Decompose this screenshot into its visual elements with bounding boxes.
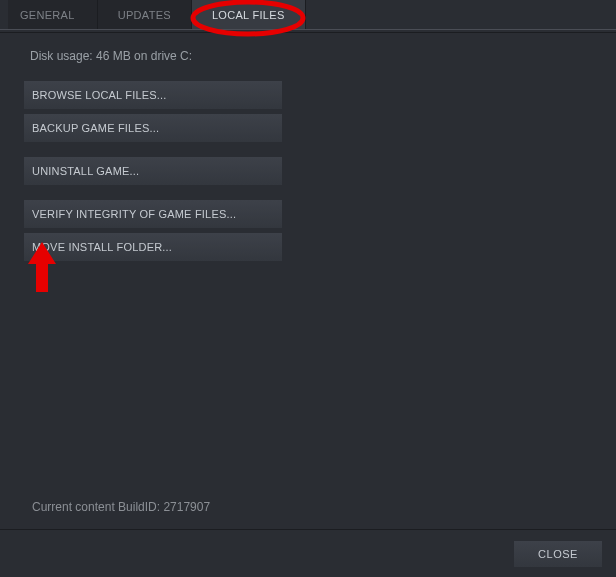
footer: CLOSE xyxy=(0,529,616,577)
content-panel: Disk usage: 46 MB on drive C: BROWSE LOC… xyxy=(0,33,616,261)
tab-bar: GENERAL UPDATES LOCAL FILES xyxy=(0,0,616,30)
browse-local-files-button[interactable]: BROWSE LOCAL FILES... xyxy=(24,81,282,109)
close-button[interactable]: CLOSE xyxy=(514,541,602,567)
tab-general[interactable]: GENERAL xyxy=(8,0,98,29)
verify-integrity-button[interactable]: VERIFY INTEGRITY OF GAME FILES... xyxy=(24,200,282,228)
spacer xyxy=(24,147,282,152)
disk-usage-label: Disk usage: 46 MB on drive C: xyxy=(24,33,592,81)
backup-game-files-button[interactable]: BACKUP GAME FILES... xyxy=(24,114,282,142)
move-install-folder-button[interactable]: MOVE INSTALL FOLDER... xyxy=(24,233,282,261)
tab-local-files[interactable]: LOCAL FILES xyxy=(192,0,306,29)
spacer xyxy=(24,190,282,195)
action-button-list: BROWSE LOCAL FILES... BACKUP GAME FILES.… xyxy=(24,81,282,261)
build-id-label: Current content BuildID: 2717907 xyxy=(32,500,210,514)
tab-updates[interactable]: UPDATES xyxy=(98,0,192,29)
uninstall-game-button[interactable]: UNINSTALL GAME... xyxy=(24,157,282,185)
